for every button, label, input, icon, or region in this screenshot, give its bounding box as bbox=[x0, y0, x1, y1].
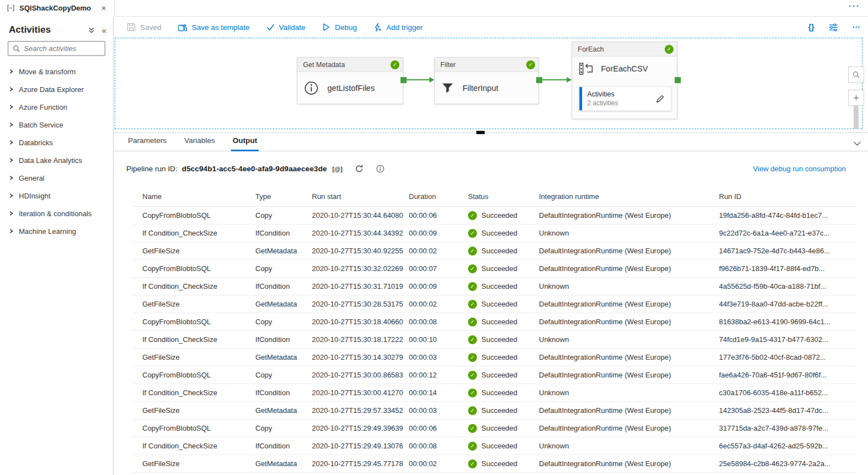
node-get-metadata[interactable]: Get Metadata ✓ getListofFiles bbox=[297, 57, 403, 104]
refresh-button[interactable] bbox=[355, 164, 364, 173]
sidebar-item-move-transform[interactable]: Move & transform bbox=[0, 63, 113, 80]
sidebar-item-azure-function[interactable]: Azure Function bbox=[0, 98, 113, 116]
collapse-panel-icon[interactable]: « bbox=[102, 26, 106, 34]
cell-run-id: 4a55625d-f59b-40ca-a188-71bf... bbox=[719, 282, 856, 290]
status-text: Succeeded bbox=[481, 371, 517, 379]
tab-output[interactable]: Output bbox=[231, 136, 259, 151]
save-button[interactable]: Saved bbox=[127, 23, 161, 32]
cell-duration: 00:00:08 bbox=[409, 318, 468, 326]
collapse-all-icon[interactable] bbox=[88, 27, 95, 34]
search-input[interactable] bbox=[24, 44, 96, 53]
status-succeeded-icon: ✓ bbox=[468, 406, 477, 415]
save-as-template-button[interactable]: Save as template bbox=[178, 23, 249, 32]
activity-category-list: Move & transformAzure Data ExplorerAzure… bbox=[0, 63, 113, 240]
status-text: Succeeded bbox=[481, 389, 517, 397]
sidebar-item-azure-data-explorer[interactable]: Azure Data Explorer bbox=[0, 80, 113, 98]
cell-integration-runtime: DefaultIntegrationRuntime (West Europe) bbox=[539, 353, 719, 361]
sidebar-item-batch-service[interactable]: Batch Service bbox=[0, 116, 113, 134]
pipeline-toolbar: Saved Save as template Validate bbox=[114, 17, 868, 38]
node-name: ForEachCSV bbox=[601, 64, 648, 73]
cell-run-start: 2020-10-27T15:29:45.77178 bbox=[312, 459, 409, 468]
chevron-right-icon bbox=[10, 69, 13, 74]
dynamic-content-icon[interactable]: [@] bbox=[332, 166, 342, 172]
run-id-value: d5cc94b1-acc5-4ee0-afa9-9d9aaecee3de bbox=[182, 165, 327, 173]
node-foreach[interactable]: ForEach ✓ ForEachCSV bbox=[572, 42, 677, 119]
debug-play-icon bbox=[322, 23, 330, 32]
view-debug-run-consumption-link[interactable]: View debug run consumption bbox=[753, 165, 846, 173]
debug-button[interactable]: Debug bbox=[322, 23, 357, 32]
cell-status: ✓Succeeded bbox=[468, 264, 539, 273]
table-row: GetFileSizeGetMetadata2020-10-27T15:30:1… bbox=[133, 349, 856, 366]
column-header: Run start bbox=[312, 192, 409, 201]
info-icon bbox=[376, 165, 384, 173]
sidebar-item-general[interactable]: General bbox=[0, 169, 113, 187]
pipeline-tab[interactable]: SQlShackCopyDemo ✕ bbox=[0, 0, 115, 17]
pipeline-canvas[interactable]: Get Metadata ✓ getListofFiles bbox=[114, 38, 868, 133]
cell-status: ✓Succeeded bbox=[468, 353, 539, 362]
window-more-button[interactable]: ··· bbox=[849, 1, 860, 11]
cell-type: GetMetadata bbox=[255, 300, 312, 308]
cell-run-start: 2020-10-27T15:29:49.13076 bbox=[312, 442, 409, 450]
foreach-activities-box[interactable]: Activities 2 activities bbox=[579, 86, 671, 111]
cell-type: GetMetadata bbox=[255, 353, 312, 361]
cell-type: IfCondition bbox=[255, 282, 312, 290]
activities-search[interactable] bbox=[8, 41, 105, 56]
cell-run-start: 2020-10-27T15:30:18.40660 bbox=[312, 318, 409, 326]
cell-status: ✓Succeeded bbox=[468, 442, 539, 451]
collapse-output-chevron-icon[interactable] bbox=[853, 141, 861, 146]
search-icon bbox=[13, 45, 20, 53]
sidebar-item-iteration-conditionals[interactable]: Iteration & conditionals bbox=[0, 205, 113, 222]
node-filter[interactable]: Filter ✓ FilterInput bbox=[434, 57, 539, 104]
chevron-right-icon bbox=[10, 87, 13, 91]
tab-parameters[interactable]: Parameters bbox=[126, 136, 168, 151]
cell-integration-runtime: DefaultIntegrationRuntime (West Europe) bbox=[539, 424, 719, 432]
tab-variables[interactable]: Variables bbox=[183, 136, 217, 151]
column-header: Duration bbox=[409, 192, 468, 201]
validate-check-icon bbox=[266, 23, 275, 31]
cell-integration-runtime: DefaultIntegrationRuntime (West Europe) bbox=[539, 300, 719, 308]
foreach-activities-label: Activities bbox=[587, 90, 655, 98]
cell-run-start: 2020-10-27T15:30:44.34392 bbox=[312, 229, 409, 237]
cell-duration: 00:00:06 bbox=[409, 211, 468, 219]
table-row: CopyFromBlobtoSQLCopy2020-10-27T15:30:44… bbox=[133, 207, 856, 224]
cell-name: If Condition_CheckSize bbox=[133, 282, 255, 290]
cell-run-id: 44f3e719-8aa0-47dd-acbe-b22ff... bbox=[719, 300, 856, 308]
cell-name: If Condition_CheckSize bbox=[133, 229, 255, 237]
sidebar-item-databricks[interactable]: Databricks bbox=[0, 134, 113, 151]
code-view-icon[interactable]: {} bbox=[808, 23, 814, 32]
chevron-right-icon bbox=[10, 229, 13, 233]
status-text: Succeeded bbox=[481, 335, 517, 344]
connector-square-icon[interactable] bbox=[675, 77, 681, 83]
sidebar-item-data-lake-analytics[interactable]: Data Lake Analytics bbox=[0, 151, 113, 169]
canvas-search-button[interactable] bbox=[848, 67, 864, 83]
cell-run-id: 74fcd1e9-9a15-4317-b477-6302... bbox=[719, 335, 856, 344]
canvas-zoom-in-button[interactable]: + bbox=[848, 90, 864, 106]
settings-sliders-icon[interactable] bbox=[829, 23, 838, 32]
document-tab-bar: SQlShackCopyDemo ✕ ··· bbox=[0, 0, 868, 17]
add-trigger-button[interactable]: Add trigger bbox=[373, 23, 423, 32]
connector-square-icon[interactable] bbox=[536, 77, 542, 83]
sidebar-item-machine-learning[interactable]: Machine Learning bbox=[0, 222, 113, 240]
sidebar-item-hdinsight[interactable]: HDInsight bbox=[0, 187, 113, 205]
table-row: GetFileSizeGetMetadata2020-10-27T15:29:5… bbox=[133, 402, 856, 420]
info-button[interactable] bbox=[376, 165, 384, 173]
canvas-zoom-slider[interactable] bbox=[854, 106, 859, 129]
status-succeeded-icon: ✓ bbox=[468, 247, 477, 256]
cell-status: ✓Succeeded bbox=[468, 229, 539, 238]
edit-pencil-icon[interactable] bbox=[655, 94, 665, 104]
pipeline-tab-title: SQlShackCopyDemo bbox=[19, 4, 91, 12]
table-row: If Condition_CheckSizeIfCondition2020-10… bbox=[133, 278, 856, 295]
table-row: GetFileSizeGetMetadata2020-10-27T15:30:2… bbox=[133, 295, 856, 313]
status-succeeded-icon: ✓ bbox=[468, 442, 477, 451]
column-header: Integration runtime bbox=[539, 192, 719, 201]
close-tab-icon[interactable]: ✕ bbox=[101, 4, 106, 12]
connector-square-icon[interactable] bbox=[400, 77, 407, 83]
filter-funnel-icon bbox=[441, 83, 454, 94]
toolbar-more-icon[interactable]: ··· bbox=[852, 23, 860, 32]
cell-status: ✓Succeeded bbox=[468, 424, 539, 433]
cell-run-start: 2020-10-27T15:29:49.39639 bbox=[312, 424, 409, 432]
cell-integration-runtime: DefaultIntegrationRuntime (West Europe) bbox=[539, 247, 719, 255]
validate-button[interactable]: Validate bbox=[266, 23, 306, 32]
sidebar-item-label: General bbox=[19, 174, 44, 182]
cell-run-id: fae6a426-70a6-451f-9d67-80f6f... bbox=[719, 371, 856, 379]
